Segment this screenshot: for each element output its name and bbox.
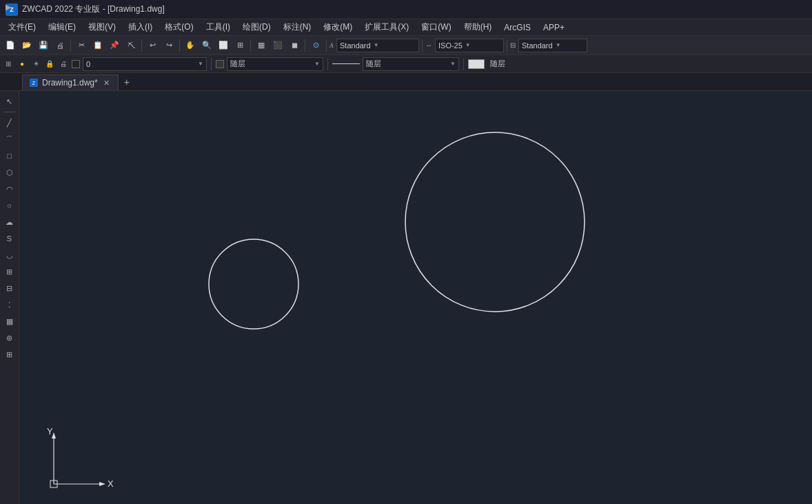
menu-bar: 文件(E) 编辑(E) 视图(V) 插入(I) 格式(O) 工具(I) 绘图(D… bbox=[0, 19, 812, 36]
tool-circle[interactable]: ○ bbox=[2, 198, 17, 213]
menu-modify[interactable]: 修改(M) bbox=[318, 20, 358, 34]
tool-spline[interactable]: S bbox=[2, 231, 17, 246]
menu-dimension[interactable]: 标注(N) bbox=[278, 20, 317, 34]
table-style-label: ⊟ bbox=[510, 41, 516, 49]
layer-print-icon[interactable]: 🖨 bbox=[58, 59, 69, 70]
save-button[interactable]: 💾 bbox=[36, 38, 51, 53]
menu-arcgis[interactable]: ArcGIS bbox=[498, 21, 536, 34]
tool-arc3[interactable]: ◡ bbox=[2, 248, 17, 263]
tool-line[interactable]: ╱ bbox=[2, 115, 17, 130]
menu-window[interactable]: 窗口(W) bbox=[416, 20, 456, 34]
sep2 bbox=[141, 39, 142, 52]
linestyle-area bbox=[332, 63, 360, 64]
layer-color-icon bbox=[72, 60, 80, 68]
menu-edit[interactable]: 编辑(E) bbox=[43, 20, 81, 34]
cut-button[interactable]: ✂ bbox=[74, 38, 89, 53]
sep1 bbox=[70, 39, 71, 52]
sep7 bbox=[422, 39, 423, 52]
dim-style-label: ↔ bbox=[425, 41, 432, 49]
layer-on-icon[interactable]: ● bbox=[17, 59, 28, 70]
tool-point[interactable]: ⁚ bbox=[2, 297, 17, 312]
collapse-arrow[interactable]: ▶ bbox=[6, 3, 11, 12]
tab-icon: Z bbox=[30, 79, 38, 87]
menu-file[interactable]: 文件(E) bbox=[3, 20, 41, 34]
shade-button[interactable]: ◼ bbox=[287, 38, 302, 53]
viewport-button[interactable]: ▦ bbox=[254, 38, 269, 53]
text-style-dropdown[interactable]: Standard ▼ bbox=[336, 39, 419, 52]
copy-button[interactable]: 📋 bbox=[90, 38, 105, 53]
tool-polygon[interactable]: ⬡ bbox=[2, 165, 17, 180]
menu-view[interactable]: 视图(V) bbox=[83, 20, 121, 34]
layer-manager-icon[interactable]: ⊞ bbox=[3, 59, 14, 70]
color-square-icon bbox=[216, 60, 224, 68]
open-button[interactable]: 📂 bbox=[19, 38, 34, 53]
drawing-svg: Y X bbox=[19, 91, 812, 504]
sep8 bbox=[507, 39, 507, 52]
dim-style-dropdown[interactable]: ISO-25 ▼ bbox=[435, 39, 504, 52]
tool-rect[interactable]: □ bbox=[2, 148, 17, 163]
canvas-area[interactable]: Y X bbox=[19, 91, 812, 504]
pan-button[interactable]: ✋ bbox=[183, 38, 198, 53]
svg-text:X: X bbox=[108, 478, 114, 489]
svg-rect-0 bbox=[19, 91, 812, 504]
menu-format[interactable]: 格式(O) bbox=[159, 20, 199, 34]
layer-dropdown[interactable]: 0 ▼ bbox=[83, 57, 207, 71]
sep5 bbox=[305, 39, 305, 52]
zoom-win-button[interactable]: ⬜ bbox=[216, 38, 231, 53]
match-prop-button[interactable]: ⛏ bbox=[123, 38, 139, 53]
paste-button[interactable]: 📌 bbox=[107, 38, 122, 53]
svg-text:Y: Y bbox=[47, 426, 53, 436]
redo-button[interactable]: ↪ bbox=[161, 38, 176, 53]
drawing-tab[interactable]: Z Drawing1.dwg* ✕ bbox=[22, 74, 119, 90]
table-style-dropdown[interactable]: Standard ▼ bbox=[518, 39, 587, 52]
layer-freeze-icon[interactable]: ☀ bbox=[30, 59, 41, 70]
main-area: ↖ ╱ ⌒ □ ⬡ ◠ ○ ☁ S ◡ ⊞ ⊟ ⁚ ▦ ⊛ ⊞ bbox=[0, 91, 812, 504]
window-title: ZWCAD 2022 专业版 - [Drawing1.dwg] bbox=[22, 3, 165, 15]
new-tab-button[interactable]: + bbox=[119, 74, 135, 90]
tool-region[interactable]: ⊛ bbox=[2, 330, 17, 345]
undo-button[interactable]: ↩ bbox=[145, 38, 160, 53]
tool-cloud[interactable]: ☁ bbox=[2, 214, 17, 230]
3d-view-button[interactable]: ⬛ bbox=[270, 38, 285, 53]
circle-indicator: ⊙ bbox=[308, 38, 323, 53]
layer-toolbar: ⊞ ● ☀ 🔒 🖨 0 ▼ 随层 ▼ 随层 ▼ 随层 bbox=[0, 55, 812, 73]
zoom-ext-button[interactable]: ⊞ bbox=[232, 38, 247, 53]
tool-wblock[interactable]: ⊟ bbox=[2, 281, 17, 296]
menu-extend[interactable]: 扩展工具(X) bbox=[359, 20, 414, 34]
print-button[interactable]: 🖨 bbox=[52, 38, 68, 53]
new-button[interactable]: 📄 bbox=[3, 38, 18, 53]
menu-tools[interactable]: 工具(I) bbox=[201, 20, 236, 34]
sep6 bbox=[326, 39, 327, 52]
sep-layer2 bbox=[327, 58, 328, 70]
tab-bar: ▶ Z Drawing1.dwg* ✕ + bbox=[0, 73, 812, 91]
zoom-button[interactable]: 🔍 bbox=[199, 38, 214, 53]
tool-arc2[interactable]: ◠ bbox=[2, 181, 17, 196]
menu-insert[interactable]: 插入(I) bbox=[123, 20, 158, 34]
lineweight-swatch bbox=[468, 59, 485, 69]
tool-select[interactable]: ↖ bbox=[2, 94, 17, 109]
sep-layer1 bbox=[211, 58, 212, 70]
tool-arc[interactable]: ⌒ bbox=[2, 132, 17, 147]
linestyle-dropdown[interactable]: 随层 ▼ bbox=[363, 57, 459, 71]
tab-label: Drawing1.dwg* bbox=[42, 78, 98, 88]
text-style-label: 𝐴 bbox=[329, 41, 334, 50]
tool-insert[interactable]: ⊞ bbox=[2, 264, 17, 279]
side-sep1 bbox=[3, 112, 16, 112]
left-sidebar: ↖ ╱ ⌒ □ ⬡ ◠ ○ ☁ S ◡ ⊞ ⊟ ⁚ ▦ ⊛ ⊞ bbox=[0, 91, 19, 504]
linestyle-preview bbox=[332, 63, 360, 64]
sep-layer3 bbox=[463, 58, 464, 70]
menu-draw[interactable]: 绘图(D) bbox=[237, 20, 276, 34]
lineweight-label: 随层 bbox=[490, 59, 505, 69]
menu-app[interactable]: APP+ bbox=[538, 21, 570, 34]
menu-help[interactable]: 帮助(H) bbox=[458, 20, 498, 34]
sep4 bbox=[250, 39, 251, 52]
tool-hatch[interactable]: ▦ bbox=[2, 314, 17, 329]
title-bar: Z ZWCAD 2022 专业版 - [Drawing1.dwg] bbox=[0, 0, 812, 19]
tool-table[interactable]: ⊞ bbox=[2, 347, 17, 362]
sep3 bbox=[179, 39, 180, 52]
toolbar1: 📄 📂 💾 🖨 ✂ 📋 📌 ⛏ ↩ ↪ ✋ 🔍 ⬜ ⊞ ▦ ⬛ ◼ ⊙ 𝐴 St… bbox=[0, 36, 812, 55]
color-style-dropdown[interactable]: 随层 ▼ bbox=[227, 57, 323, 71]
layer-lock-icon[interactable]: 🔒 bbox=[44, 59, 55, 70]
tab-close-button[interactable]: ✕ bbox=[102, 79, 111, 88]
